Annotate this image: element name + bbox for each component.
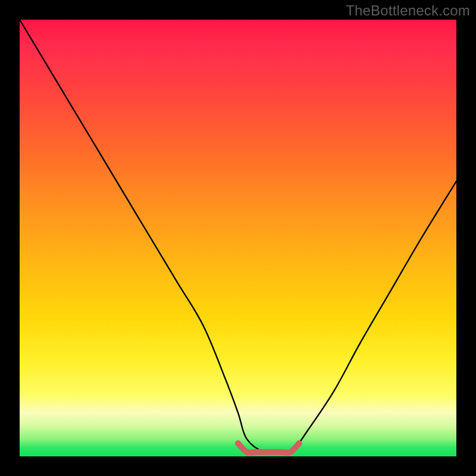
bottleneck-curve [20,20,456,453]
plot-area [20,20,456,456]
watermark-text: TheBottleneck.com [346,2,470,19]
optimal-band-marker [238,443,299,453]
chart-frame: TheBottleneck.com [0,0,476,476]
curve-svg [20,20,456,456]
